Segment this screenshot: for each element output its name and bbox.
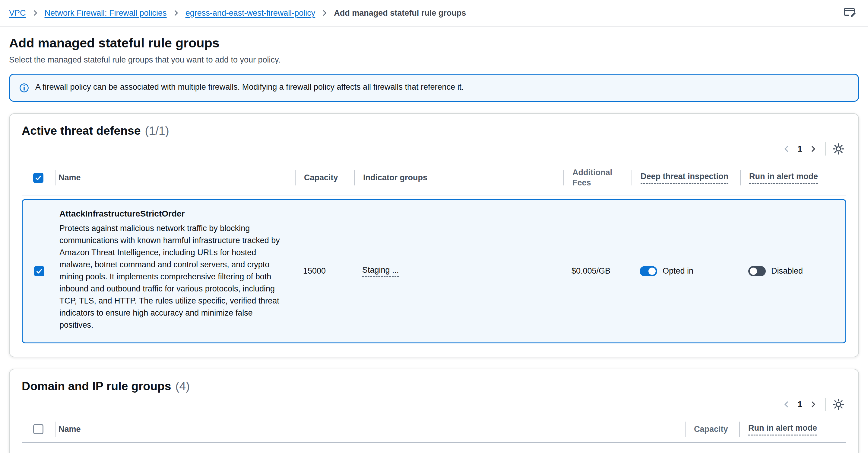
breadcrumb: VPC Network Firewall: Firewall policies … [9,8,466,18]
pagination-page-button[interactable]: 1 [794,400,806,409]
active-threat-defense-table: Name Capacity Indicator groups Additiona… [22,161,846,343]
page-subtitle: Select the managed stateful rule groups … [9,55,859,65]
pagination-previous-button[interactable] [779,397,794,412]
breadcrumb-link-policy-name[interactable]: egress-and-east-west-firewall-policy [185,8,315,18]
run-in-alert-mode-toggle[interactable] [748,266,766,276]
page-header: Add managed stateful rule groups Select … [0,27,868,65]
indicator-groups-value[interactable]: Staging ... [362,265,399,277]
deep-threat-inspection-toggle[interactable] [640,266,657,276]
domain-ip-toolbar: 1 [22,395,846,414]
column-header-capacity: Capacity [295,161,354,195]
info-banner-text: A firewall policy can be associated with… [35,82,464,92]
pagination-previous-button[interactable] [779,142,794,156]
breadcrumb-current-page: Add managed stateful rule groups [334,8,466,18]
pagination-page-button[interactable]: 1 [794,144,806,154]
settings-gear-icon[interactable] [831,397,846,412]
domain-ip-rule-groups-count: (4) [176,379,190,393]
domain-ip-rule-groups-card: Domain and IP rule groups (4) 1 Name Cap… [9,369,859,453]
table-header-row: Name Capacity Run in alert mode [22,417,846,443]
select-all-checkbox[interactable] [33,424,43,434]
active-threat-defense-title: Active threat defense [22,124,141,137]
info-banner: A firewall policy can be associated with… [9,74,859,102]
column-header-name: Name [55,417,685,443]
run-in-alert-mode-state: Disabled [771,266,803,276]
column-header-indicator-groups: Indicator groups [354,161,563,195]
run-in-alert-mode-cell: Disabled [739,200,845,342]
deep-threat-inspection-state: Opted in [662,266,693,276]
active-threat-defense-count: (1/1) [145,124,169,137]
chevron-right-icon [173,10,180,16]
breadcrumb-link-firewall-policies[interactable]: Network Firewall: Firewall policies [44,8,167,18]
indicator-groups-cell: Staging ... [353,200,562,342]
column-header-run-in-alert-mode[interactable]: Run in alert mode [739,417,846,443]
column-header-name: Name [55,161,295,195]
feedback-icon[interactable] [842,5,858,21]
top-bar: VPC Network Firewall: Firewall policies … [0,0,868,27]
column-header-capacity: Capacity [685,417,739,443]
toolbar-divider [825,398,826,411]
breadcrumb-link-vpc[interactable]: VPC [9,8,26,18]
additional-fees-value: $0.005/GB [562,200,631,342]
capacity-value: 15000 [294,200,353,342]
info-icon [19,83,29,93]
domain-ip-rule-groups-title: Domain and IP rule groups [22,379,171,393]
row-checkbox[interactable] [34,266,44,276]
select-all-checkbox[interactable] [33,173,43,183]
column-header-run-in-alert-mode[interactable]: Run in alert mode [740,161,846,195]
row-checkbox-cell [23,200,56,342]
domain-ip-table: Name Capacity Run in alert mode [22,417,846,443]
toggle-knob [648,267,656,275]
settings-gear-icon[interactable] [831,141,846,157]
active-threat-defense-toolbar: 1 [22,140,846,158]
pagination-next-button[interactable] [806,397,820,412]
pagination-next-button[interactable] [806,142,820,156]
toggle-knob [750,267,757,275]
select-all-cell [22,161,55,195]
column-header-deep-threat-inspection[interactable]: Deep threat inspection [631,161,740,195]
select-all-cell [22,417,55,443]
page-title: Add managed stateful rule groups [9,36,859,51]
active-threat-defense-card: Active threat defense (1/1) 1 Name Ca [9,113,859,357]
rule-group-name-cell: AttackInfrastructureStrictOrder Protects… [56,200,294,342]
rule-group-description: Protects against malicious network traff… [59,222,284,331]
chevron-right-icon [321,10,328,16]
column-header-additional-fees: Additional Fees [563,161,631,195]
chevron-right-icon [32,10,39,16]
rule-group-name: AttackInfrastructureStrictOrder [59,209,284,219]
toolbar-divider [825,142,826,155]
rule-group-row-selected[interactable]: AttackInfrastructureStrictOrder Protects… [22,199,846,343]
deep-threat-inspection-cell: Opted in [631,200,739,342]
table-header-row: Name Capacity Indicator groups Additiona… [22,161,846,195]
